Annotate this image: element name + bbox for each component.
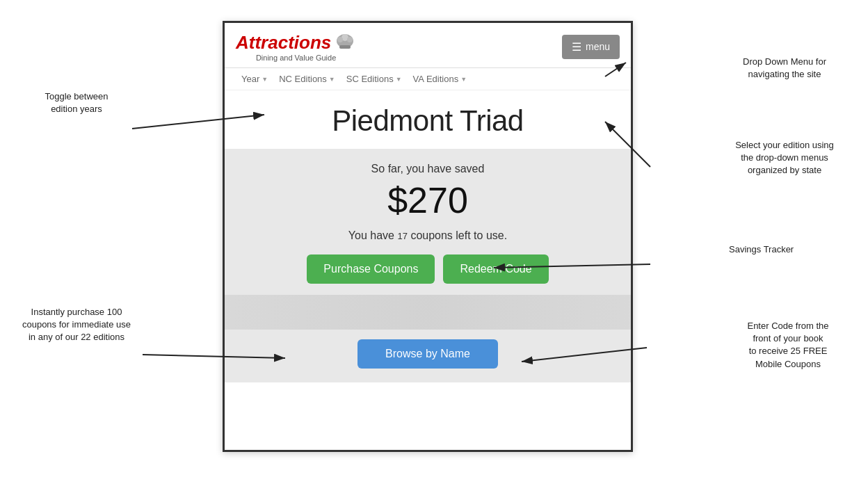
annotation-dropdown-text: Drop Down Menu fornavigating the site: [743, 56, 826, 79]
purchase-coupons-button[interactable]: Purchase Coupons: [307, 254, 435, 284]
nav-bar: Year ▼ NC Editions ▼ SC Editions ▼ VA Ed…: [225, 68, 631, 90]
nav-year-label: Year: [241, 74, 259, 84]
logo-title: Attractions: [236, 31, 356, 54]
annotation-select-text: Select your edition usingthe drop-down m…: [735, 140, 834, 175]
savings-section: So far, you have saved $270 You have 17 …: [225, 149, 631, 382]
savings-label: So far, you have saved: [236, 163, 620, 175]
main-content: Piedmont Triad So far, you have saved $2…: [225, 90, 631, 396]
nav-sc-label: SC Editions: [346, 74, 394, 84]
nav-va-editions[interactable]: VA Editions ▼: [408, 72, 472, 86]
nav-sc-editions[interactable]: SC Editions ▼: [341, 72, 408, 86]
svg-point-4: [347, 37, 353, 42]
annotation-instant: Instantly purchase 100coupons for immedi…: [10, 306, 143, 344]
coupons-left: You have 17 coupons left to use.: [236, 229, 620, 242]
menu-label: menu: [586, 41, 610, 52]
logo-text: Attractions: [236, 32, 331, 54]
browse-by-name-button[interactable]: Browse by Name: [357, 339, 498, 369]
annotation-savings-tracker: Savings Tracker: [729, 243, 840, 256]
caret-year-icon: ▼: [262, 76, 268, 83]
annotation-select: Select your edition usingthe drop-down m…: [718, 139, 851, 177]
caret-va-icon: ▼: [460, 76, 467, 83]
nav-year[interactable]: Year ▼: [236, 72, 273, 86]
annotation-enter-code-text: Enter Code from thefront of your bookto …: [747, 321, 828, 369]
redeem-code-button[interactable]: Redeem Code: [443, 254, 548, 284]
svg-rect-1: [339, 45, 351, 49]
nav-va-label: VA Editions: [413, 74, 459, 84]
annotation-savings-text: Savings Tracker: [729, 244, 794, 254]
chef-hat-icon: [334, 31, 356, 54]
app-header: Attractions Dining and Value Guide ☰ men…: [225, 23, 631, 68]
buttons-row: Purchase Coupons Redeem Code: [236, 254, 620, 284]
caret-nc-icon: ▼: [329, 76, 335, 83]
annotation-dropdown: Drop Down Menu fornavigating the site: [722, 56, 847, 81]
coupons-count: 17: [397, 231, 407, 241]
logo-area: Attractions Dining and Value Guide: [236, 31, 356, 62]
coupons-suffix: coupons left to use.: [410, 229, 507, 241]
nav-nc-editions[interactable]: NC Editions ▼: [273, 72, 341, 86]
savings-amount: $270: [236, 179, 620, 221]
svg-point-3: [337, 37, 343, 42]
annotation-instant-text: Instantly purchase 100coupons for immedi…: [22, 307, 131, 342]
annotation-enter-code: Enter Code from thefront of your bookto …: [722, 320, 854, 371]
browse-section: Browse by Name: [236, 330, 620, 375]
annotation-toggle-text: Toggle betweenedition years: [45, 91, 108, 114]
hamburger-icon: ☰: [572, 40, 581, 54]
app-container: Attractions Dining and Value Guide ☰ men…: [0, 0, 868, 477]
caret-sc-icon: ▼: [396, 76, 402, 83]
annotation-toggle: Toggle betweenedition years: [21, 90, 132, 115]
logo-subtitle: Dining and Value Guide: [256, 54, 336, 62]
page-title: Piedmont Triad: [236, 104, 620, 138]
menu-button[interactable]: ☰ menu: [562, 35, 620, 59]
phone-frame: Attractions Dining and Value Guide ☰ men…: [223, 21, 633, 452]
bg-strip: [225, 295, 631, 330]
nav-nc-label: NC Editions: [279, 74, 327, 84]
coupons-left-text: You have: [348, 229, 394, 241]
